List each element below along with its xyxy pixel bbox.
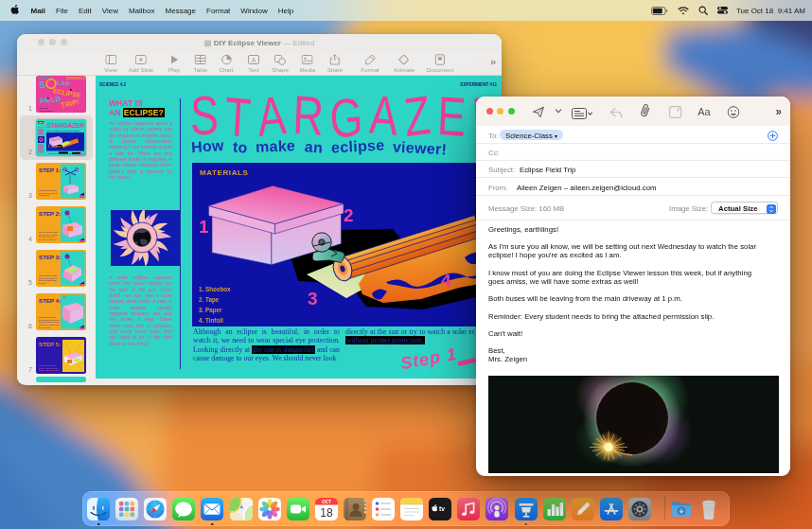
svg-text:1. Shoebox: 1. Shoebox — [48, 145, 62, 149]
svg-text:it is eye level!: it is eye level! — [39, 326, 51, 328]
svg-text:TRIP!: TRIP! — [60, 97, 79, 110]
svg-text:18: 18 — [320, 505, 333, 519]
svg-text:STEP 3:: STEP 3: — [39, 254, 61, 260]
svg-text:the center of the foil.: the center of the foil. — [39, 238, 57, 240]
svg-text:Step 1: Step 1 — [75, 151, 85, 156]
svg-text:LAR: LAR — [56, 79, 69, 87]
svg-text:Cut a small hole into: Cut a small hole into — [39, 189, 58, 191]
svg-text:the long side of the box.: the long side of the box. — [39, 319, 60, 321]
svg-text:the box. Take an your: the box. Take an your — [39, 367, 58, 369]
svg-text:STEP 2:: STEP 2: — [39, 210, 61, 217]
svg-text:STEP 4:: STEP 4: — [39, 297, 61, 304]
svg-text:FIELD: FIELD — [39, 95, 61, 105]
svg-text:over the hole. Using a: over the hole. Using a — [39, 234, 59, 236]
svg-text:Cut another hole on: Cut another hole on — [39, 316, 57, 318]
svg-text:STEP 5:: STEP 5: — [39, 341, 61, 347]
svg-text:2: 2 — [344, 205, 354, 225]
svg-text:Tape a piece of white: Tape a piece of white — [39, 274, 58, 276]
svg-text:Place the lid back on: Place the lid back on — [39, 364, 58, 366]
svg-text:tv: tv — [439, 505, 445, 512]
svg-text:3: 3 — [308, 289, 318, 309]
svg-text:How to make an eclipse viewer!: How to make an eclipse viewer! — [46, 130, 80, 132]
svg-text:the hole.: the hole. — [39, 282, 46, 284]
svg-text:4: 4 — [441, 271, 451, 291]
svg-text:OCT: OCT — [322, 499, 331, 503]
svg-text:WHAT IS: WHAT IS — [38, 126, 46, 128]
svg-text:1: 1 — [199, 217, 209, 237]
svg-text:S: S — [38, 79, 45, 91]
svg-text:the shoebox: the shoebox — [39, 194, 50, 196]
svg-text:STARGAZER: STARGAZER — [46, 122, 84, 129]
svg-text:the top on one end of: the top on one end of — [39, 192, 58, 194]
svg-text:paper to the inside of: paper to the inside of — [39, 277, 58, 279]
svg-text:Tape a piece of tinfoil: Tape a piece of tinfoil — [39, 231, 58, 233]
svg-text:STEP 1:: STEP 1: — [39, 167, 61, 173]
svg-text:Aileen Zeigeng: Aileen Zeigeng — [39, 110, 53, 112]
svg-text:This is the hole you will: This is the hole you will — [39, 321, 60, 323]
svg-text:ready to safely observe: ready to safely observe — [39, 369, 60, 371]
svg-text:A: A — [252, 57, 256, 63]
